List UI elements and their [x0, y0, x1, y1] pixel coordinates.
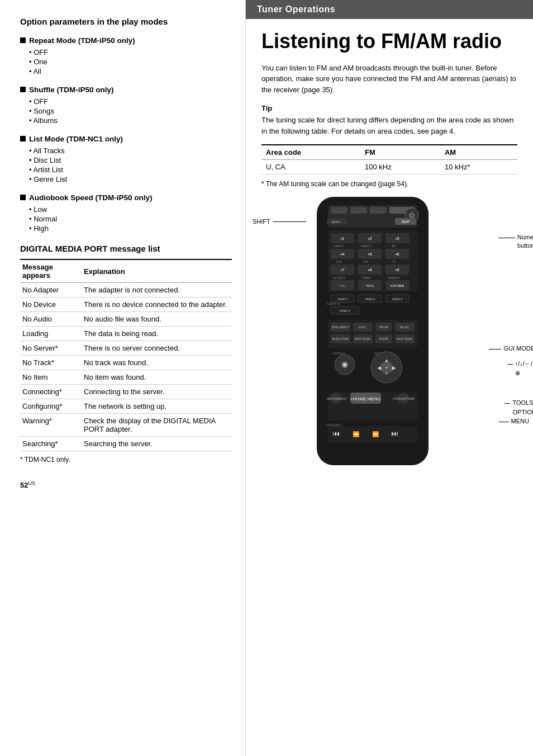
- numeric-buttons-label: Numericbuttons: [498, 233, 533, 251]
- table-cell-message: Searching*: [20, 437, 82, 451]
- svg-text:◀: ◀: [377, 365, 382, 371]
- remote-illustration: ⏻ SHIFT AMP •1 •2: [261, 197, 517, 476]
- list-item: Genre List: [29, 175, 232, 183]
- table-cell-message: Connecting*: [20, 385, 82, 399]
- area-header-fm: FM: [360, 145, 440, 160]
- table-row: No AudioNo audio file was found.: [20, 312, 232, 327]
- table-cell-message: No Adapter: [20, 283, 82, 297]
- tuner-operations-header: Tuner Operations: [246, 0, 533, 19]
- svg-text:SHIFT: SHIFT: [331, 220, 341, 224]
- section-title: Option parameters in the play modes: [20, 17, 232, 26]
- table-cell-message: No Server*: [20, 341, 82, 356]
- area-table-cell: 10 kHz*: [440, 160, 517, 174]
- list-mode-heading: List Mode (TDM-NC1 only): [20, 135, 232, 143]
- shift-label: SHIFT: [253, 218, 306, 225]
- svg-text:+RETURN/EXIT: +RETURN/EXIT: [326, 397, 346, 400]
- svg-text:HDMI 2: HDMI 2: [365, 297, 375, 301]
- svg-text:TUNER: TUNER: [361, 276, 371, 280]
- svg-text:SA-CD/CD: SA-CD/CD: [333, 277, 346, 280]
- svg-text:DVD: DVD: [336, 260, 342, 263]
- list-mode-list: All Tracks Disc List Artist List Genre L…: [29, 147, 232, 183]
- page-number: 52US: [20, 480, 232, 489]
- table-row: Searching*Searching the server.: [20, 437, 232, 451]
- area-footnote: * The AM tuning scale can be changed (pa…: [261, 180, 517, 188]
- table-cell-message: Configuring*: [20, 399, 82, 414]
- table-cell-explanation: Searching the server.: [82, 437, 232, 451]
- table-row: Connecting*Connecting to the server.: [20, 385, 232, 399]
- table-cell-explanation: The adapter is not connected.: [82, 283, 232, 297]
- svg-text:•2: •2: [368, 236, 372, 241]
- svg-text:⏭: ⏭: [391, 429, 399, 438]
- tip-title: Tip: [261, 104, 517, 112]
- remote-svg: ⏻ SHIFT AMP •1 •2: [283, 197, 462, 465]
- table-row: Warning*Check the display of the DIGITAL…: [20, 414, 232, 437]
- svg-text:⏪: ⏪: [353, 431, 360, 438]
- table-row: LoadingThe data is being read.: [20, 327, 232, 341]
- table-cell-message: No Device: [20, 297, 82, 312]
- svg-text:NIGHT MODE: NIGHT MODE: [397, 338, 413, 341]
- area-table-cell: 100 kHz: [360, 160, 440, 174]
- bullet-square-icon: [20, 136, 26, 141]
- svg-text:⏩: ⏩: [372, 431, 379, 438]
- svg-text:DMPORT: DMPORT: [388, 276, 400, 280]
- bullet-square-icon: [20, 87, 26, 92]
- svg-text:◉: ◉: [341, 360, 348, 368]
- svg-text:HDMI 1: HDMI 1: [337, 297, 348, 301]
- table-row: No Track*No track was found.: [20, 356, 232, 370]
- repeat-mode-heading: Repeat Mode (TDM-iP50 only): [20, 36, 232, 45]
- svg-text:– CATEGORY +: – CATEGORY +: [325, 424, 343, 427]
- intro-text: You can listen to FM and AM broadcasts t…: [261, 63, 517, 96]
- table-row: No AdapterThe adapter is not connected.: [20, 283, 232, 297]
- table-row: No ItemNo item was found.: [20, 370, 232, 385]
- table-header-message: Message appears: [20, 259, 82, 283]
- message-table: Message appears Explanation No AdapterTh…: [20, 259, 232, 451]
- svg-text:+TOOLS/OPTIONS: +TOOLS/OPTIONS: [392, 398, 414, 400]
- list-item: One: [29, 58, 232, 66]
- bullet-square-icon: [20, 195, 26, 200]
- svg-text:VIDEO 2: VIDEO 2: [360, 244, 372, 248]
- area-header-am: AM: [440, 145, 517, 160]
- list-item: OFF: [29, 48, 232, 56]
- svg-text:AMP: AMP: [401, 220, 410, 224]
- svg-text:•0/10: •0/10: [366, 284, 374, 287]
- list-item: All: [29, 67, 232, 75]
- svg-text:•3: •3: [395, 236, 399, 241]
- svg-text:VIDEO 1: VIDEO 1: [334, 244, 345, 248]
- list-item: All Tracks: [29, 147, 232, 155]
- audiobook-heading: Audiobook Speed (TDM-iP50 only): [20, 193, 232, 202]
- table-cell-message: Loading: [20, 327, 82, 341]
- svg-text:•–/–: •–/–: [340, 284, 346, 287]
- svg-text:SAT: SAT: [363, 260, 368, 263]
- list-item: OFF: [29, 97, 232, 106]
- svg-text:2CH/A.DIRECT: 2CH/A.DIRECT: [331, 326, 349, 329]
- main-title: Listening to FM/AM radio: [261, 30, 517, 53]
- svg-text:INPUT MODE: INPUT MODE: [355, 338, 370, 341]
- area-table-cell: U, CA: [261, 160, 360, 174]
- table-row: No Server*There is no server connected.: [20, 341, 232, 356]
- arrow-label: ↑/↓/←/→,⊕: [507, 359, 533, 377]
- table-cell-explanation: There is no server connected.: [82, 341, 232, 356]
- table-row: U, CA100 kHz10 kHz*: [261, 160, 517, 174]
- list-item: High: [29, 224, 232, 233]
- table-cell-explanation: Check the display of the DIGITAL MEDIA P…: [82, 414, 232, 437]
- svg-rect-4: [370, 207, 387, 214]
- svg-text:•5: •5: [368, 252, 372, 257]
- menu-label: MENU: [499, 418, 529, 424]
- svg-text:⏮: ⏮: [332, 429, 340, 438]
- svg-text:BD: BD: [392, 244, 396, 248]
- shuffle-heading: Shuffle (TDM-iP50 only): [20, 86, 232, 94]
- tip-text: The tuning scale for direct tuning diffe…: [261, 115, 517, 136]
- table-cell-message: No Track*: [20, 356, 82, 370]
- svg-text:MUSIC: MUSIC: [400, 325, 410, 329]
- table-cell-message: No Audio: [20, 312, 82, 327]
- svg-text:MOVIE: MOVIE: [379, 325, 389, 329]
- list-item: Low: [29, 205, 232, 214]
- table-cell-message: No Item: [20, 370, 82, 385]
- svg-text:•4: •4: [340, 252, 345, 257]
- repeat-mode-list: OFF One All: [29, 48, 232, 75]
- svg-text:RESOLUTION: RESOLUTION: [332, 338, 348, 341]
- list-item: Songs: [29, 107, 232, 115]
- svg-text:+: +: [385, 365, 388, 371]
- table-cell-explanation: The network is setting up.: [82, 399, 232, 414]
- bullet-square-icon: [20, 37, 26, 43]
